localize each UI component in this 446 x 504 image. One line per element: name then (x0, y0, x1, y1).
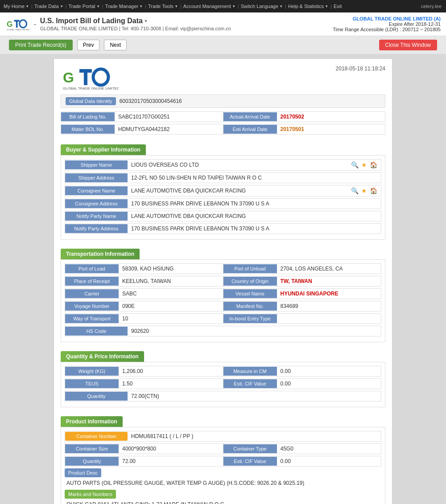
svg-text:GLOBAL TRADE ONLINE LIMITED: GLOBAL TRADE ONLINE LIMITED (7, 29, 30, 31)
carrier-row: Carrier SABC Vessel Name HYUNDAI SINGAPO… (65, 288, 381, 299)
place-receipt-value: KEELUNG, TAIWAN (119, 276, 223, 286)
weight-value: 1,206.00 (119, 366, 223, 376)
product-qty-row: Quantity 72.00 Esti. CIF Value 0.00 (65, 456, 381, 467)
close-button-top[interactable]: Close This Window (379, 40, 437, 50)
product-desc-section: Product Desc AUTO PARTS (OIL PRESSURE GA… (65, 468, 381, 487)
record-datetime: 2018-05-18 11:18:24 (336, 66, 385, 72)
actual-arrival-label: Actual Arrival Date (223, 112, 277, 121)
esti-cif-value: 0.00 (277, 379, 381, 389)
consignee-address-value: 170 BUSINESS PARK DRIVE LEBANON TN 37090… (128, 199, 381, 209)
product-qty-value: 72.00 (119, 456, 223, 466)
svg-text:GLOBAL TRADE ONLINE LIMITED: GLOBAL TRADE ONLINE LIMITED (63, 86, 119, 90)
card-logo-icon: G GLOBAL TRADE ONLINE LIMITED (61, 66, 119, 90)
place-receipt-row: Place of Receipt KEELUNG, TAIWAN Country… (65, 276, 381, 287)
weight-label: Weight (KG) (65, 367, 119, 376)
transport-label: Way of Transport (65, 314, 119, 323)
country-origin-value: TW, TAIWAN (277, 276, 381, 286)
chevron-down-icon: ▾ (61, 4, 63, 8)
measure-value: 0.00 (277, 366, 381, 376)
chevron-down-icon: ▾ (280, 4, 282, 8)
shipper-address-row: Shipper Address 12-2FL NO 50 LIN-SHEN N … (65, 172, 381, 183)
chevron-down-icon: ▾ (140, 4, 142, 8)
weight-group: Weight (KG) 1,206.00 (65, 366, 223, 376)
star-icon[interactable]: ★ (361, 161, 367, 168)
nav-trade-manager[interactable]: Trade Manager ▾ (105, 4, 143, 9)
country-origin-label: Country of Origin (223, 277, 277, 286)
vessel-name-value: HYUNDAI SINGAPORE (277, 289, 381, 299)
mater-bol-label: Mater BOL No. (61, 125, 115, 134)
teus-value: 1.50 (119, 379, 223, 389)
global-identity-row: Global Data Identity 6003201705030004546… (61, 94, 385, 108)
global-identity-value: 600320170503000454616 (120, 98, 182, 104)
notify-party-address-value: 170 BUSINESS PARK DRIVE LEBANON TN 37090… (128, 224, 381, 234)
measure-group: Measure in CM 0.00 (223, 366, 381, 376)
nav-trade-tools[interactable]: Trade Tools ▾ (148, 4, 178, 9)
port-unload-group: Port of Unload 2704, LOS ANGELES, CA (223, 264, 381, 274)
shipper-address-label: Shipper Address (65, 173, 128, 182)
shipper-address-value: 12-2FL NO 50 LIN-SHEN N RD TAIPEI TAIWAN… (128, 173, 381, 183)
consignee-name-row: Consignee Name LANE AUTOMOTIVE DBA QUICK… (65, 185, 381, 197)
print-button-top[interactable]: Print Trade Record(s) (9, 40, 73, 50)
qty-price-header: Quantity & Price Information (61, 351, 144, 362)
nav-switch-language[interactable]: Switch Language ▾ (241, 4, 283, 9)
product-cif-label: Esti. CIF Value (223, 457, 277, 466)
marks-label: Marks and Numbers (65, 490, 116, 499)
mater-bol-group: Mater BOL No. HDMUTYGA0442182 (61, 124, 223, 134)
search-icon[interactable]: 🔍 (351, 187, 359, 194)
esti-arrival-label: Esti Arrival Date (223, 125, 277, 134)
star-icon[interactable]: ★ (361, 187, 367, 194)
chevron-down-icon: ▾ (233, 4, 235, 8)
weight-row: Weight (KG) 1,206.00 Measure in CM 0.00 (65, 366, 381, 377)
svg-text:G: G (7, 20, 12, 29)
country-origin-group: Country of Origin TW, TAIWAN (223, 276, 381, 286)
actual-arrival-group: Actual Arrival Date 20170502 (223, 112, 385, 122)
port-unload-label: Port of Unload (223, 264, 277, 273)
header-title-area: U.S. Import Bill of Lading Data ▾ GLOBAL… (40, 17, 333, 31)
notify-party-name-row: Notify Party Name LANE AUTOMOTIVE DBA QU… (65, 211, 381, 221)
bol-value: SABC101707G00251 (115, 112, 223, 122)
consignee-name-value: LANE AUTOMOTIVE DBA QUICKCAR RACING 🔍 ★ … (128, 185, 381, 196)
bol-label: Bill of Lading No. (61, 112, 115, 121)
search-icon[interactable]: 🔍 (351, 161, 359, 168)
buyer-supplier-header: Buyer & Supplier Information (61, 144, 146, 155)
page-title: U.S. Import Bill of Lading Data (40, 17, 143, 25)
title-arrow-icon[interactable]: ▾ (145, 18, 147, 24)
svg-text:G: G (63, 70, 74, 86)
place-receipt-label: Place of Receipt (65, 277, 119, 286)
inbond-value (277, 317, 381, 320)
nav-trade-portal[interactable]: Trade Portal ▾ (68, 4, 100, 9)
page-header: G GLOBAL TRADE ONLINE LIMITED - U.S. Imp… (0, 12, 446, 36)
transport-group: Way of Transport 10 (65, 314, 223, 324)
nav-account-management[interactable]: Account Management ▾ (183, 4, 236, 9)
hs-code-label: HS Code (65, 327, 128, 336)
next-button-top[interactable]: Next (104, 40, 127, 50)
teus-row: TEUS 1.50 Esti. CIF Value 0.00 (65, 378, 381, 389)
marks-section: Marks and Numbers QUICK CAR 9161 ATLANTA… (65, 487, 381, 504)
container-size-row: Container Size 4000*900*800 Container Ty… (65, 443, 381, 454)
consignee-address-row: Consignee Address 170 BUSINESS PARK DRIV… (65, 198, 381, 209)
quantity-label: Quantity (65, 392, 128, 401)
hs-code-row: HS Code 902620 (65, 326, 381, 336)
ldr-range: Time Range Accessible (LDR) : 200712 ~ 2… (333, 27, 441, 32)
container-number-label: Container Number (65, 432, 128, 441)
nav-help-statistics[interactable]: Help & Statistics ▾ (288, 4, 329, 9)
manifest-label: Manifest No. (223, 302, 277, 311)
carrier-group: Carrier SABC (65, 289, 223, 299)
container-size-value: 4000*900*800 (119, 444, 223, 454)
chevron-down-icon: ▾ (26, 4, 29, 8)
global-identity-label: Global Data Identity (66, 97, 116, 105)
chevron-down-icon: ▾ (97, 4, 99, 8)
home-icon[interactable]: 🏠 (370, 187, 377, 194)
consignee-address-label: Consignee Address (65, 199, 128, 208)
shipper-name-row: Shipper Name LIOUS OVERSEAS CO LTD 🔍 ★ 🏠 (65, 159, 381, 171)
product-desc-value: AUTO PARTS (OIL PRESSURE GAUGE, WATER TE… (65, 479, 381, 487)
product-qty-group: Quantity 72.00 (65, 456, 223, 466)
notify-party-name-value: LANE AUTOMOTIVE DBA QUICKCAR RACING (128, 211, 381, 221)
nav-exit[interactable]: Exit (334, 4, 343, 9)
home-icon[interactable]: 🏠 (370, 161, 377, 168)
product-body: Container Number HDMU6817411 ( / L / PP … (61, 427, 385, 504)
nav-my-home[interactable]: My Home ▾ (4, 4, 29, 9)
prev-button-top[interactable]: Prev (77, 40, 100, 50)
nav-trade-data[interactable]: Trade Data ▾ (34, 4, 64, 9)
teus-group: TEUS 1.50 (65, 379, 223, 389)
